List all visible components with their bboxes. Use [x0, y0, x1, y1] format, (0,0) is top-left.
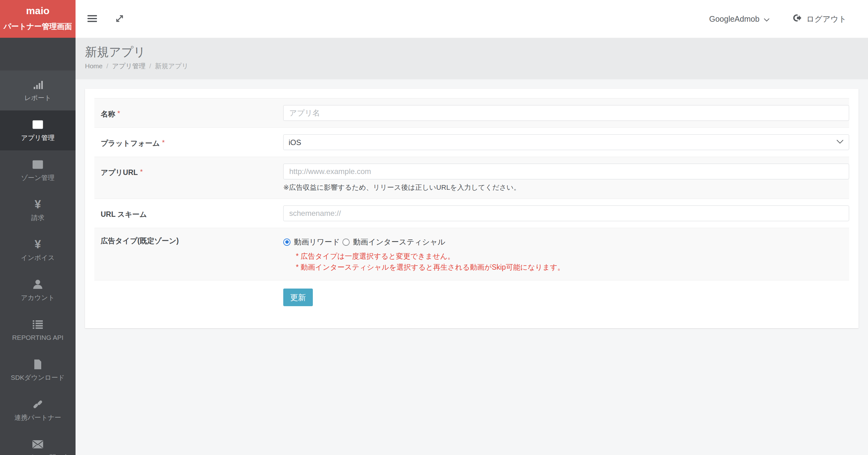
sidebar-item-sdk-download[interactable]: SDKダウンロード [0, 350, 75, 390]
sidebar-item-app-management[interactable]: アプリ管理 [0, 110, 75, 151]
radio-checked-icon[interactable] [283, 238, 290, 246]
breadcrumb-item[interactable]: Home [85, 62, 102, 69]
hamburger-icon [88, 13, 97, 24]
expand-icon [115, 19, 124, 24]
logo-title: maio [0, 5, 75, 17]
required-marker: * [162, 138, 165, 146]
sidebar-item-partner-link[interactable]: 連携パートナー [0, 390, 75, 430]
sidebar-item-tech-support[interactable]: tech サポート 問い合わせ [0, 430, 75, 455]
page-head: 新規アプリ Home/アプリ管理/新規アプリ [75, 38, 868, 79]
envelope-icon [3, 438, 72, 450]
sidebar-item-zone-management[interactable]: ゾーン管理 [0, 151, 75, 190]
ad-type-note: * 広告タイプは一度選択すると変更できません。 [296, 251, 849, 262]
url-scheme-label: URL スキーム [94, 205, 283, 221]
sidebar-item-label: レポート [3, 93, 72, 102]
app-form: 名称* プラットフォーム* iOS [94, 98, 849, 280]
radio-option-label: 動画インタースティシャル [353, 237, 445, 247]
sidebar-item-label: ゾーン管理 [3, 173, 72, 182]
app-url-help-text: ※広告収益に影響するため、リリース後は正しいURLを入力してください。 [283, 183, 849, 192]
content: 名称* プラットフォーム* iOS [75, 79, 868, 455]
app-url-label: アプリURL* [94, 164, 283, 192]
sidebar-item-invoice[interactable]: ¥インボイス [0, 230, 75, 270]
app-name-input[interactable] [283, 105, 849, 121]
sidebar-item-label: アカウント [3, 293, 72, 302]
breadcrumb: Home/アプリ管理/新規アプリ [85, 62, 859, 70]
form-row-app-url: アプリURL* ※広告収益に影響するため、リリース後は正しいURLを入力してくだ… [94, 157, 849, 199]
sign-out-icon [793, 13, 802, 24]
logo-subtitle: パートナー管理画面 [0, 22, 75, 31]
logo[interactable]: maio パートナー管理画面 [0, 0, 75, 38]
yen-icon: ¥ [3, 199, 72, 210]
yen-icon: ¥ [3, 238, 72, 251]
page-title: 新規アプリ [85, 45, 859, 59]
topbar-right: GoogleAdmob ログアウト [709, 13, 846, 24]
sidebar-item-label: tech サポート 問い合わせ [3, 453, 72, 455]
sidebar-toggle-button[interactable] [84, 10, 100, 28]
list-icon [3, 319, 72, 330]
platform-label: プラットフォーム* [94, 134, 283, 150]
topbar: GoogleAdmob ログアウト [75, 0, 868, 38]
breadcrumb-separator: / [149, 62, 151, 69]
app-url-input[interactable] [283, 164, 849, 180]
logout-label: ログアウト [806, 14, 846, 24]
radio-option-label: 動画リワード [294, 237, 340, 247]
fullscreen-button[interactable] [112, 11, 127, 27]
list-alt-icon [3, 119, 72, 131]
sidebar-item-label: インボイス [3, 253, 72, 262]
link-icon [3, 398, 72, 410]
radio-option-video-interstitial[interactable]: 動画インタースティシャル [342, 237, 445, 247]
form-row-platform: プラットフォーム* iOS [94, 128, 849, 157]
chevron-down-icon [764, 14, 770, 24]
breadcrumb-item[interactable]: アプリ管理 [112, 62, 146, 69]
url-scheme-input[interactable] [283, 205, 849, 221]
sidebar-nav: レポートアプリ管理ゾーン管理¥請求¥インボイスアカウントREPORTING AP… [0, 38, 75, 455]
account-menu[interactable]: GoogleAdmob [709, 14, 770, 24]
form-row-ad-type: 広告タイプ(既定ゾーン) 動画リワード 動画インタースティシャル [94, 228, 849, 280]
form-row-name: 名称* [94, 98, 849, 128]
sidebar-item-label: SDKダウンロード [3, 373, 72, 382]
ad-type-options: 動画リワード 動画インタースティシャル [283, 237, 849, 247]
sidebar-item-report[interactable]: レポート [0, 70, 75, 110]
ad-type-note: * 動画インタースティシャルを選択すると再生される動画がSkip可能になります。 [296, 262, 849, 273]
sidebar-item-label: REPORTING API [3, 333, 72, 342]
list-alt-icon [3, 159, 72, 170]
sidebar-item-reporting-api[interactable]: REPORTING API [0, 310, 75, 350]
account-name: GoogleAdmob [709, 14, 760, 24]
required-marker: * [140, 168, 143, 175]
sidebar-item-billing[interactable]: ¥請求 [0, 190, 75, 230]
logout-button[interactable]: ログアウト [793, 13, 846, 24]
main-area: GoogleAdmob ログアウト [75, 0, 868, 455]
sidebar-item-account[interactable]: アカウント [0, 270, 75, 310]
app-root: maio パートナー管理画面 レポートアプリ管理ゾーン管理¥請求¥インボイスアカ… [0, 0, 868, 455]
ad-type-notes: * 広告タイプは一度選択すると変更できません。 * 動画インタースティシャルを選… [296, 251, 849, 273]
form-card: 名称* プラットフォーム* iOS [85, 89, 859, 328]
file-download-icon [3, 358, 72, 370]
required-marker: * [117, 109, 120, 117]
radio-unchecked-icon[interactable] [342, 238, 350, 246]
sidebar-item-label: 連携パートナー [3, 413, 72, 422]
form-row-url-scheme: URL スキーム [94, 199, 849, 228]
sidebar: maio パートナー管理画面 レポートアプリ管理ゾーン管理¥請求¥インボイスアカ… [0, 0, 75, 455]
breadcrumb-separator: / [106, 62, 108, 69]
user-icon [3, 279, 72, 290]
bar-chart-icon [3, 79, 72, 91]
sidebar-item-label: 請求 [3, 213, 72, 222]
name-label: 名称* [94, 105, 283, 121]
submit-button[interactable]: 更新 [283, 289, 313, 306]
radio-option-video-reward[interactable]: 動画リワード [283, 237, 340, 247]
platform-select[interactable]: iOS [283, 134, 849, 150]
ad-type-label: 広告タイプ(既定ゾーン) [94, 235, 283, 273]
breadcrumb-item: 新規アプリ [155, 62, 188, 69]
sidebar-item-label: アプリ管理 [3, 133, 72, 142]
